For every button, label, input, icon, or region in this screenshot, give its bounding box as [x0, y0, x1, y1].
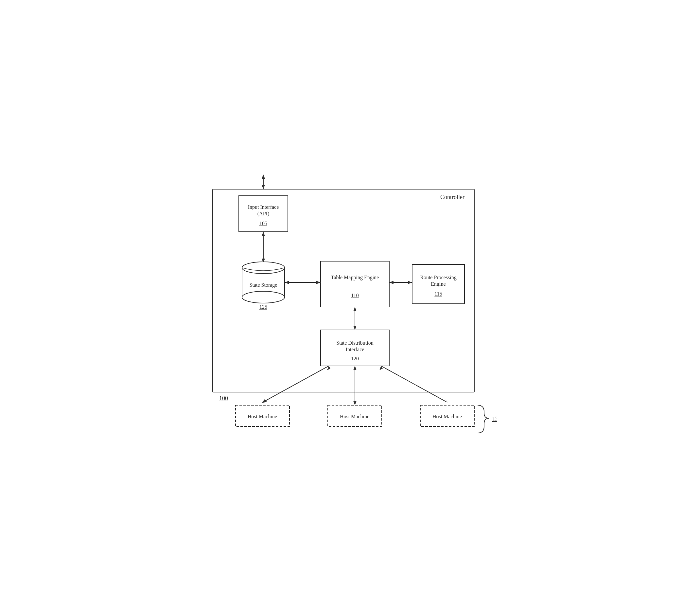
svg-rect-9	[321, 261, 389, 307]
sdi-label-1: State Distribution	[336, 340, 373, 346]
architecture-diagram: Controller Input Interface (API) 105 Sta…	[203, 173, 497, 441]
input-interface-label: Input Interface	[248, 204, 279, 210]
host-machine-2-label: Host Machine	[340, 414, 369, 419]
rpe-label-2: Engine	[431, 281, 446, 287]
host-machine-3-label: Host Machine	[433, 414, 462, 419]
svg-point-4	[242, 262, 285, 274]
sdi-label-2: Interface	[346, 347, 364, 352]
arrow-to-host1-icon	[262, 399, 267, 403]
host-machine-1-label: Host Machine	[248, 414, 277, 419]
curly-brace-icon	[478, 405, 489, 433]
state-storage-number: 125	[259, 304, 267, 310]
arrow-up-icon	[262, 174, 265, 179]
input-interface-number: 105	[259, 221, 267, 226]
controller-label: Controller	[440, 194, 464, 200]
rpe-label-1: Route Processing	[420, 274, 457, 281]
input-interface-api-label: (API)	[258, 211, 269, 217]
rpe-number: 115	[434, 291, 442, 296]
host-group-number: 130	[492, 416, 497, 422]
arrow-to-host2-icon	[353, 401, 357, 405]
arrow-down-top-icon	[262, 185, 265, 189]
tme-number: 110	[351, 293, 359, 298]
state-storage-label: State Storage	[250, 282, 277, 288]
sdi-number: 120	[351, 356, 359, 361]
tme-label-1: Table Mapping Engine	[331, 274, 379, 281]
diagram-wrapper: Controller Input Interface (API) 105 Sta…	[203, 173, 497, 443]
controller-number: 100	[219, 395, 228, 402]
svg-point-7	[242, 291, 285, 303]
